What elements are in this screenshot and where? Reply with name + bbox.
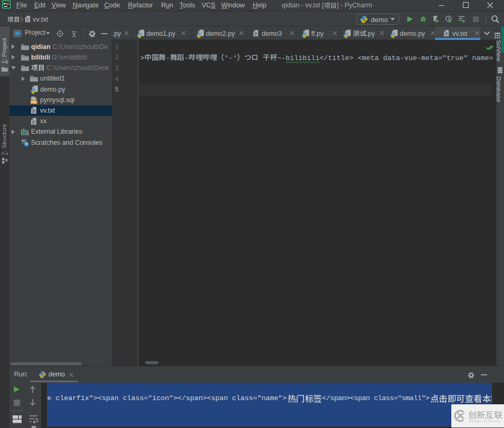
svg-text:SQL: SQL bbox=[31, 101, 37, 104]
svg-text:PC: PC bbox=[3, 1, 9, 6]
